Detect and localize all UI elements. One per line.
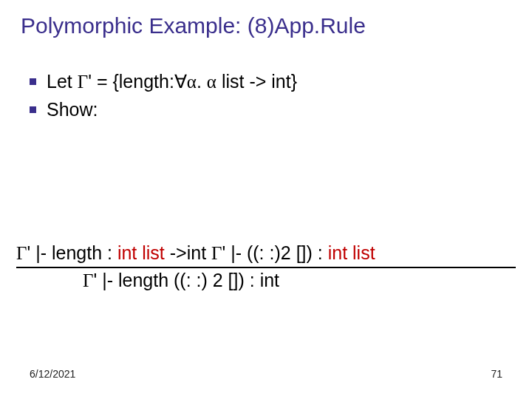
- type-highlight: int list: [328, 242, 375, 263]
- text-fragment: ' = {length:: [88, 71, 174, 92]
- type-highlight: int list: [117, 242, 170, 263]
- text-fragment: ' |- length :: [27, 242, 117, 263]
- text-fragment: ' |- length ((: :) 2 []) : int: [93, 270, 279, 290]
- gamma-symbol: Γ: [16, 243, 27, 263]
- gamma-symbol: Γ: [211, 243, 222, 263]
- forall-symbol: ∀: [174, 72, 187, 92]
- rule-conclusion: Γ' |- length ((: :) 2 []) : int: [83, 270, 519, 291]
- text-fragment: .: [197, 71, 207, 92]
- rule-premise: Γ' |- length : int list ->int Γ' |- ((: …: [16, 242, 519, 264]
- text-fragment: ->int: [170, 242, 211, 263]
- bullet-text: Let Γ' = {length:∀α. α list -> int}: [47, 69, 297, 95]
- rule-divider: [16, 267, 516, 268]
- text-fragment: list -> int}: [216, 71, 297, 92]
- bullet-icon: [30, 78, 36, 85]
- alpha-symbol: α: [187, 72, 197, 92]
- alpha-symbol: α: [207, 72, 216, 92]
- text-fragment: Let: [47, 71, 78, 92]
- bullet-icon: [30, 106, 36, 113]
- bullet-list: Let Γ' = {length:∀α. α list -> int} Show…: [30, 69, 511, 121]
- slide-title: Polymorphic Example: (8)App.Rule: [21, 13, 511, 38]
- footer-date: 6/12/2021: [30, 368, 75, 380]
- text-fragment: ' |- ((: :)2 []) :: [222, 242, 327, 263]
- bullet-item: Let Γ' = {length:∀α. α list -> int}: [30, 69, 511, 95]
- bullet-item: Show:: [30, 98, 511, 122]
- gamma-symbol: Γ: [83, 270, 93, 290]
- gamma-symbol: Γ: [78, 72, 88, 92]
- footer-page-number: 71: [491, 368, 502, 380]
- slide: Polymorphic Example: (8)App.Rule Let Γ' …: [0, 0, 532, 399]
- inference-rule: Γ' |- length : int list ->int Γ' |- ((: …: [16, 242, 519, 291]
- bullet-text: Show:: [47, 98, 98, 122]
